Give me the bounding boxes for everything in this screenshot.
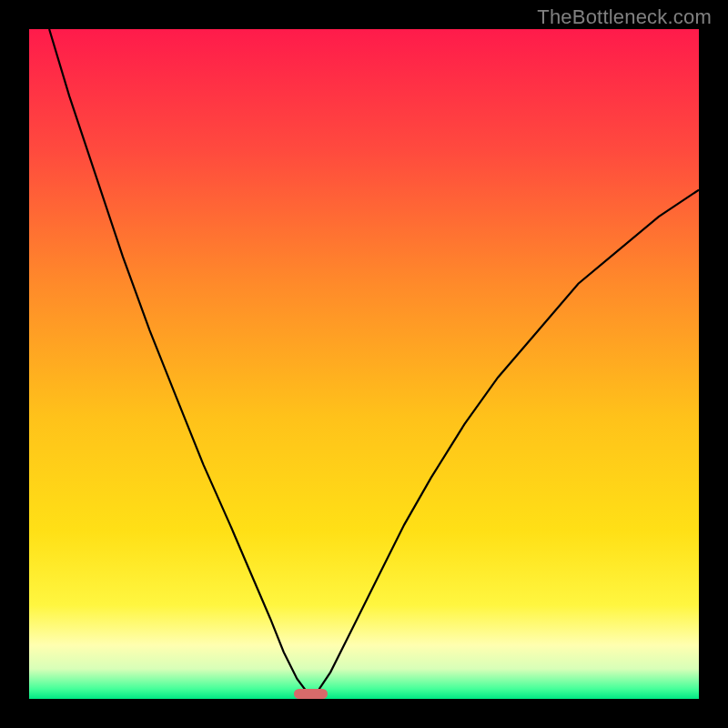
watermark-text: TheBottleneck.com [537,5,712,29]
plot-area [29,29,699,699]
optimum-marker [294,689,328,699]
chart-frame: TheBottleneck.com [0,0,728,728]
bottleneck-curve [29,29,699,699]
